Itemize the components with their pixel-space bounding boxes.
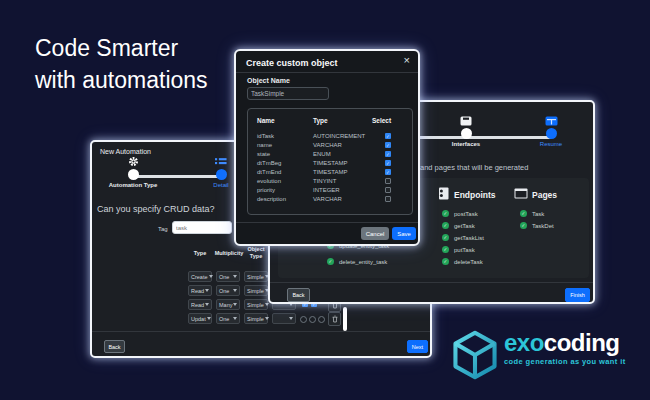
cube-icon (452, 330, 498, 380)
col-header-object-type: Object Type (244, 246, 268, 259)
button-label: Cancel (366, 231, 385, 237)
field-select-checkbox[interactable] (385, 169, 391, 175)
brand-name: exocoding (504, 330, 626, 356)
footer-divider (92, 331, 430, 332)
crud-radio[interactable] (309, 316, 316, 323)
back-button[interactable]: Back (104, 340, 125, 353)
select-value: Updat (191, 316, 206, 322)
field-name: name (257, 142, 272, 148)
field-select-checkbox[interactable] (385, 178, 391, 184)
endpoint-item: postTask (454, 211, 478, 217)
cancel-button[interactable]: Cancel (361, 227, 389, 240)
step-label: Interfaces (435, 141, 497, 147)
check-icon (520, 222, 527, 229)
crud-multiplicity-select[interactable]: One (216, 313, 240, 324)
field-select-checkbox[interactable] (385, 142, 391, 148)
headline-line1: Code Smarter (35, 32, 208, 64)
select-value: One (219, 288, 229, 294)
crud-type-select[interactable]: Updat (188, 313, 212, 324)
step-interfaces[interactable]: Interfaces (435, 116, 497, 147)
crud-multiplicity-select[interactable]: One (216, 285, 240, 296)
exocoding-logo: exocoding code generation as you want it (452, 330, 626, 380)
field-name: description (257, 196, 286, 202)
page-item: TaskDet (532, 223, 554, 229)
resume-icon (545, 116, 558, 126)
crud-objecttype-select[interactable]: Simple (244, 271, 268, 282)
step-dot (216, 169, 227, 180)
crud-type-select[interactable]: Create (188, 271, 212, 282)
page-headline: Code Smarter with automations (35, 32, 208, 96)
endpoint-item: delete_entity_task (339, 259, 387, 265)
select-value: Simple (247, 288, 264, 294)
tag-input[interactable] (172, 221, 232, 234)
interfaces-icon (460, 116, 472, 126)
field-type: ENUM (313, 151, 331, 157)
crud-objecttype-select[interactable]: Simple (244, 313, 268, 324)
field-select-checkbox[interactable] (385, 133, 391, 139)
fields-table: Name Type Select idTask AUTOINCREMENT na… (247, 108, 413, 215)
logo-text: exocoding code generation as you want it (504, 330, 626, 366)
col-header-multiplicity: Multiplicity (213, 250, 245, 257)
field-select-checkbox[interactable] (385, 151, 391, 157)
headline-line2: with automations (35, 64, 208, 96)
generation-description: and pages that will be generated (420, 163, 528, 172)
select-value: One (219, 316, 229, 322)
crud-objecttype-select[interactable]: Simple (244, 285, 268, 296)
select-value: Simple (247, 274, 264, 280)
step-resume[interactable]: Resume (520, 116, 582, 147)
modal-header-divider (236, 72, 418, 73)
col-header-type: Type (188, 250, 212, 257)
endpoint-item: getTask (454, 223, 475, 229)
check-icon (442, 234, 449, 241)
step-dot (128, 169, 139, 180)
field-name: dtTmBeg (257, 160, 281, 166)
step-automation-type[interactable]: Automation Type (102, 156, 164, 188)
close-icon[interactable]: × (404, 55, 410, 66)
crud-radio[interactable] (300, 316, 307, 323)
endpoints-icon (438, 187, 449, 200)
select-value: Read (191, 302, 204, 308)
button-label: Finish (570, 292, 585, 298)
check-icon (442, 222, 449, 229)
endpoint-item: deleteTask (454, 259, 483, 265)
table-scrollbar[interactable] (343, 307, 347, 331)
field-select-checkbox[interactable] (385, 196, 391, 202)
select-value: Simple (247, 302, 264, 308)
footer-divider (270, 282, 593, 283)
field-select-checkbox[interactable] (385, 160, 391, 166)
object-name-input[interactable] (247, 87, 329, 100)
crud-type-select[interactable]: Read (188, 299, 212, 310)
pages-title: Pages (532, 190, 557, 200)
crud-multiplicity-select[interactable]: Many (216, 299, 240, 310)
field-type: AUTOINCREMENT (313, 133, 365, 139)
back-button[interactable]: Back (287, 288, 310, 302)
save-button[interactable]: Save (392, 227, 416, 240)
next-button[interactable]: Next (407, 340, 428, 353)
check-icon (442, 210, 449, 217)
button-label: Back (108, 344, 120, 350)
field-select-checkbox[interactable] (385, 187, 391, 193)
delete-row-button[interactable] (328, 312, 341, 326)
modal-footer-divider (236, 222, 418, 223)
check-icon (442, 246, 449, 253)
gear-icon (128, 156, 139, 167)
page-item: Task (532, 211, 544, 217)
window-title: New Automation (100, 148, 151, 155)
field-type: VARCHAR (313, 142, 342, 148)
crud-question: Can you specify CRUD data? (97, 204, 215, 214)
crud-objecttype-select[interactable]: Simple (244, 299, 268, 310)
field-name: priority (257, 187, 275, 193)
select-value: Many (219, 302, 232, 308)
crud-extra-select[interactable] (272, 313, 296, 324)
crud-multiplicity-select[interactable]: One (216, 271, 240, 282)
field-name: evolution (257, 178, 281, 184)
button-label: Next (412, 344, 423, 350)
crud-radio[interactable] (318, 316, 325, 323)
field-name: state (257, 151, 270, 157)
endpoints-title: Endpoints (454, 190, 496, 200)
crud-type-select[interactable]: Read (188, 285, 212, 296)
button-label: Save (397, 231, 411, 237)
field-type: VARCHAR (313, 196, 342, 202)
pages-icon (514, 188, 528, 199)
finish-button[interactable]: Finish (565, 288, 590, 302)
